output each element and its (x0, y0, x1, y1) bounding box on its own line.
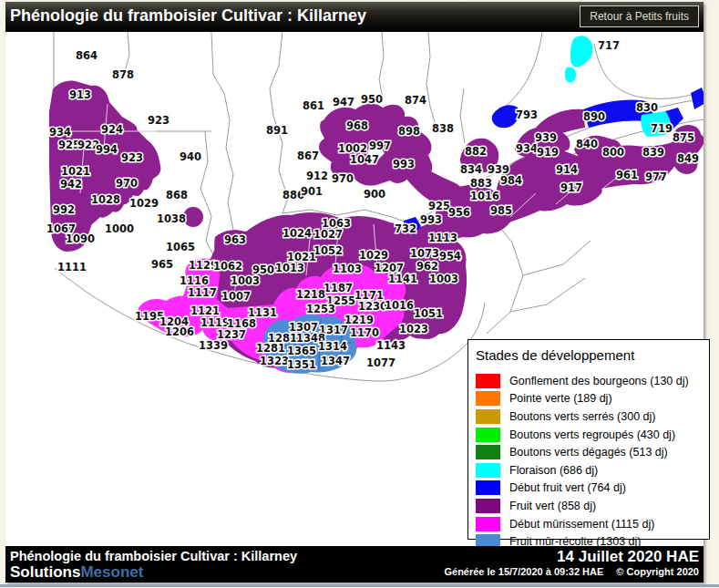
station-value: 1230 (358, 300, 387, 313)
legend-label: Floraison (686 dj) (509, 464, 598, 477)
legend-swatch (476, 409, 500, 424)
station-value: 891 (266, 124, 288, 137)
station-value: 1218 (296, 288, 325, 301)
region-border (426, 32, 436, 125)
legend-items: Gonflement des bourgeons (130 dj)Pointe … (468, 372, 709, 551)
station-value: 1219 (344, 314, 374, 326)
station-value: 968 (346, 119, 368, 132)
page-bottom-rule (0, 584, 719, 587)
station-value: 1170 (350, 326, 379, 339)
station-value: 1253 (306, 303, 335, 315)
station-value: 875 (673, 131, 694, 144)
station-value: 1016 (470, 190, 499, 202)
footer-generated: Générée le 15/7/2020 à 09:32 HAE© Copyri… (444, 566, 699, 577)
station-value: 890 (583, 110, 605, 123)
region-border (270, 32, 288, 213)
station-value: 984 (500, 174, 522, 187)
station-value: 1003 (429, 273, 458, 285)
station-value: 1029 (359, 249, 388, 262)
coastline (501, 32, 542, 109)
station-value: 912 (306, 170, 328, 182)
legend-item: Fruit vert (858 dj) (468, 497, 709, 515)
coastline (594, 44, 704, 98)
station-value: 1121 (190, 304, 220, 317)
station-value: 901 (301, 185, 323, 198)
station-value: 849 (677, 152, 699, 165)
station-value: 1206 (165, 325, 194, 338)
region-fruit-vert-dot (183, 207, 203, 227)
legend-item: Début mûrissement (1115 dj) (468, 515, 709, 533)
station-value: 993 (393, 158, 415, 170)
station-value: 1113 (428, 232, 457, 244)
station-value: 1351 (287, 358, 316, 371)
station-value: 1038 (157, 212, 186, 225)
region-border (510, 278, 585, 312)
station-value: 962 (416, 260, 438, 273)
station-value: 1323 (260, 355, 289, 367)
app-window: Phénologie du framboisier Cultivar : Kil… (5, 2, 704, 583)
station-value: 1187 (324, 282, 353, 294)
station-value: 1314 (318, 340, 347, 353)
station-value: 864 (76, 49, 98, 62)
station-value: 861 (303, 99, 324, 112)
region-debut-fruit-vert-793 (492, 105, 519, 128)
station-value: 954 (439, 250, 461, 263)
legend-swatch (476, 374, 500, 388)
footer-title: Phénologie du framboisier Cultivar : Kil… (10, 549, 297, 563)
station-labels: 8648789139239248919349259229949239401021… (46, 39, 699, 371)
station-value: 956 (448, 206, 470, 219)
legend-label: Boutons verts dégagés (513 dj) (509, 446, 668, 459)
station-value: 993 (420, 213, 442, 226)
station-value: 834 (460, 163, 482, 176)
station-value: 1062 (213, 260, 242, 273)
station-value: 1281 (256, 342, 285, 355)
station-value: 1000 (105, 222, 134, 235)
station-value: 800 (602, 146, 624, 159)
station-value: 970 (332, 172, 354, 185)
legend-item: Boutons verts serrés (300 dj) (468, 407, 709, 426)
station-value: 840 (576, 138, 598, 150)
station-value: 1365 (287, 345, 316, 357)
station-value: 1013 (275, 262, 304, 274)
station-value: 793 (516, 108, 538, 121)
legend-label: Début fruit vert (764 dj) (509, 481, 626, 494)
legend-item: Floraison (686 dj) (468, 461, 709, 480)
legend-label: Gonflement des bourgeons (130 dj) (509, 375, 689, 387)
page-title: Phénologie du framboisier Cultivar : Kil… (10, 6, 366, 26)
station-value: 1051 (414, 307, 443, 320)
station-value: 1028 (91, 193, 120, 206)
map-area: 8648789139239248919349259229949239401021… (5, 32, 704, 548)
station-value: 992 (53, 203, 75, 216)
region-floraison-saguenay (570, 36, 592, 67)
station-value: 830 (636, 101, 658, 114)
station-value: 839 (642, 146, 664, 159)
region-debut-fruit-vert-ne (691, 88, 704, 109)
back-button[interactable]: Retour à Petits fruits (580, 5, 699, 27)
station-value: 919 (537, 146, 559, 159)
station-value: 1023 (399, 323, 428, 335)
footer-date: 14 Juillet 2020 HAE (557, 548, 699, 566)
station-value: 878 (112, 68, 134, 81)
station-value: 1016 (385, 299, 414, 312)
station-value: 1065 (166, 241, 195, 253)
station-value: 868 (166, 189, 188, 201)
legend-box: Stades de développement Gonflement des b… (467, 339, 710, 540)
region-border (211, 32, 233, 250)
station-value: 1090 (66, 232, 95, 245)
station-value: 925 (428, 200, 450, 212)
station-value: 917 (560, 181, 582, 194)
copyright: © Copyright 2020 (616, 566, 699, 577)
legend-swatch (476, 445, 500, 459)
legend-swatch (476, 428, 500, 442)
footer-bar: Phénologie du framboisier Cultivar : Kil… (5, 546, 704, 583)
legend-swatch (476, 499, 500, 513)
station-value: 1111 (57, 261, 87, 273)
legend-swatch (476, 480, 500, 495)
station-value: 900 (364, 188, 385, 201)
legend-title: Stades de développement (476, 347, 709, 363)
station-value: 997 (369, 139, 391, 152)
station-value: 923 (121, 151, 143, 164)
station-value: 1347 (321, 355, 350, 367)
legend-item: Boutons verts dégagés (513 dj) (468, 443, 709, 461)
brand-logo: SolutionsMesonet (10, 563, 143, 582)
